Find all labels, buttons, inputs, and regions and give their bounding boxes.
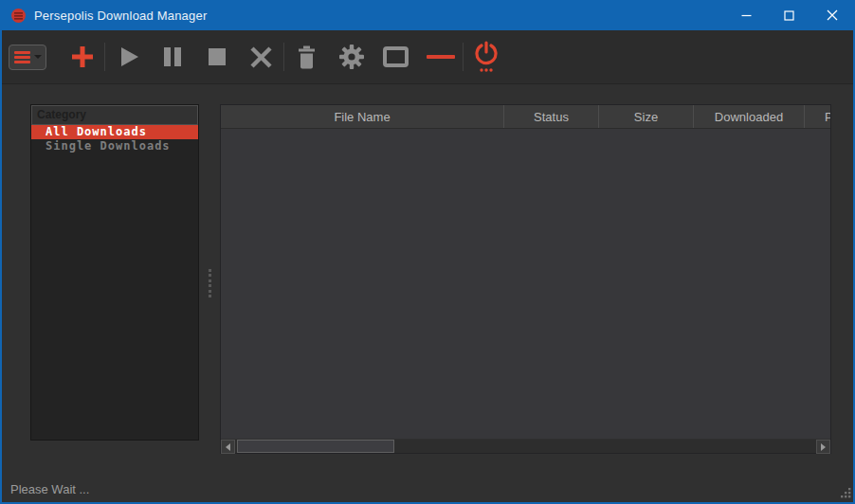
status-message: Please Wait ... — [10, 482, 89, 496]
delete-button[interactable] — [284, 35, 329, 79]
menu-button[interactable] — [9, 45, 46, 70]
splitter-handle[interactable] — [206, 269, 213, 297]
maximize-icon — [784, 10, 794, 21]
minimize-icon — [741, 10, 752, 21]
hide-menu-button[interactable] — [418, 35, 463, 79]
column-header-percent[interactable]: Percent — [805, 105, 830, 128]
column-header-size[interactable]: Size — [599, 105, 694, 128]
title-bar: Persepolis Download Manager — [2, 0, 853, 30]
chevron-down-icon — [34, 55, 42, 59]
close-icon — [827, 9, 838, 21]
hamburger-menu-icon — [14, 51, 30, 63]
window-frame-icon — [383, 46, 409, 67]
pause-button[interactable] — [150, 35, 194, 79]
download-table: File Name Status Size Downloaded Percent — [220, 104, 831, 454]
close-button[interactable] — [810, 0, 853, 30]
exit-button[interactable] — [464, 35, 508, 79]
status-bar: Please Wait ... — [2, 476, 853, 502]
trash-icon — [294, 45, 319, 70]
add-download-button[interactable] — [60, 35, 104, 79]
play-icon — [116, 45, 140, 69]
app-window: Persepolis Download Manager — [0, 0, 855, 504]
horizontal-line-icon — [427, 55, 455, 59]
column-header-file-name[interactable]: File Name — [221, 105, 504, 128]
table-header-row: File Name Status Size Downloaded Percent — [221, 105, 830, 129]
maximize-button[interactable] — [768, 0, 810, 30]
preferences-button[interactable] — [329, 35, 373, 79]
scrollbar-thumb[interactable] — [237, 440, 394, 453]
column-header-status[interactable]: Status — [504, 105, 599, 128]
window-title: Persepolis Download Manager — [34, 9, 207, 23]
column-header-downloaded[interactable]: Downloaded — [694, 105, 805, 128]
remove-button[interactable] — [239, 35, 283, 79]
sidebar-item-single-downloads[interactable]: Single Downloads — [31, 139, 198, 153]
pause-icon — [160, 45, 185, 69]
stop-button[interactable] — [194, 35, 239, 79]
sidebar-item-all-downloads[interactable]: All Downloads — [31, 125, 198, 139]
video-window-button[interactable] — [373, 35, 418, 79]
plus-icon — [69, 44, 96, 70]
category-header: Category — [31, 105, 198, 125]
horizontal-scrollbar — [221, 439, 830, 453]
arrow-left-icon — [226, 443, 230, 451]
minimize-button[interactable] — [725, 0, 768, 30]
scroll-left-button[interactable] — [221, 440, 235, 454]
arrow-right-icon — [821, 443, 826, 451]
scrollbar-track[interactable] — [235, 440, 816, 453]
scroll-right-button[interactable] — [816, 440, 830, 454]
toolbar — [2, 30, 853, 84]
window-controls — [725, 0, 853, 30]
table-body-empty — [221, 129, 830, 438]
x-icon — [248, 45, 274, 70]
category-panel: Category All Downloads Single Downloads — [30, 104, 199, 441]
stop-icon — [205, 45, 229, 69]
app-icon[interactable] — [10, 8, 27, 24]
resume-button[interactable] — [105, 35, 150, 79]
power-icon — [473, 41, 500, 73]
gear-icon — [338, 44, 365, 70]
resize-grip-icon[interactable] — [838, 487, 851, 500]
